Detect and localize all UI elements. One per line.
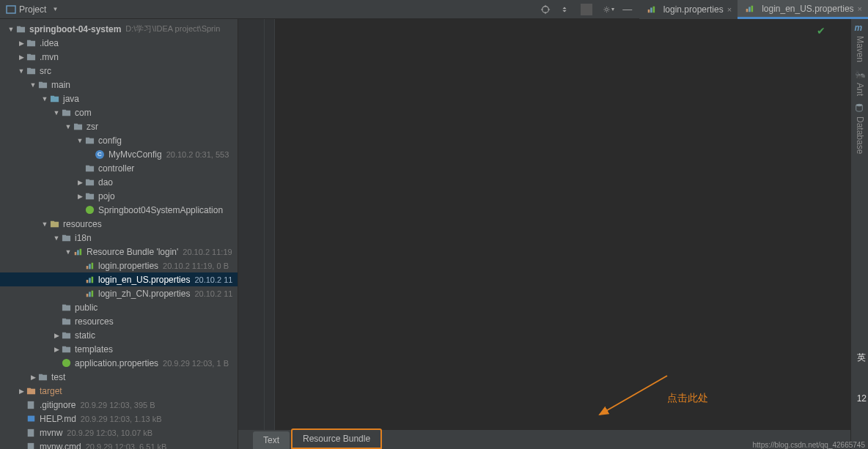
project-tool-label[interactable]: Project xyxy=(0,4,65,15)
target-icon[interactable] xyxy=(540,4,551,15)
tree-label: resources xyxy=(75,316,114,327)
ime-indicator[interactable]: 英 xyxy=(857,352,867,364)
markdown-icon xyxy=(25,413,37,425)
tree-app-prop[interactable]: application.properties20.9.29 12:03, 1 B xyxy=(0,356,238,370)
tree-label: dao xyxy=(98,177,113,188)
tree-public[interactable]: public xyxy=(0,300,238,314)
top-bar: Project ▾ — login.properties × login_en_… xyxy=(0,0,868,19)
tab-login-properties[interactable]: login.properties × xyxy=(639,0,738,19)
svg-rect-29 xyxy=(28,428,34,436)
expand-all-icon[interactable] xyxy=(559,4,570,15)
tree-login-zh[interactable]: login_zh_CN.properties20.10.2 11 xyxy=(0,286,238,300)
rail-ant[interactable]: 🐜Ant xyxy=(855,70,865,96)
tree-mvnw[interactable]: mvnw20.9.29 12:03, 10.07 kB xyxy=(0,426,238,439)
tree-meta: D:\学习\IDEA project\Sprin xyxy=(125,23,220,34)
tree-meta: 20.9.29 12:03, 395 B xyxy=(80,401,155,409)
close-icon[interactable]: × xyxy=(727,5,732,14)
svg-rect-28 xyxy=(27,416,34,422)
file-icon xyxy=(25,399,37,411)
tree-label: .mvn xyxy=(40,52,59,62)
svg-point-26 xyxy=(62,359,70,367)
properties-icon xyxy=(84,288,95,300)
tree-bundle[interactable]: Resource Bundle 'login'20.10.2 11:19 xyxy=(0,245,238,259)
svg-rect-10 xyxy=(746,9,749,12)
svg-rect-22 xyxy=(92,276,94,283)
tree-label: src xyxy=(40,66,51,76)
divider xyxy=(581,4,592,15)
tree-java[interactable]: java xyxy=(0,92,238,105)
tree-label: application.properties xyxy=(75,358,158,368)
tree-springapp[interactable]: Springboot04SystemApplication xyxy=(0,203,238,217)
tree-pojo[interactable]: pojo xyxy=(0,189,238,203)
tree-test[interactable]: test xyxy=(0,370,238,384)
maven-icon: m xyxy=(855,23,865,33)
tree-mymvc[interactable]: CMyMvcConfig20.10.2 0:31, 553 xyxy=(0,147,238,161)
svg-rect-9 xyxy=(652,6,655,12)
svg-rect-0 xyxy=(7,6,15,13)
tree-mvn[interactable]: .mvn xyxy=(0,50,238,64)
hide-icon[interactable]: — xyxy=(622,4,633,15)
tab-login-en-us-properties[interactable]: login_en_US.properties × xyxy=(738,0,868,19)
svg-rect-7 xyxy=(647,10,650,12)
tree-label: springboot-04-system xyxy=(29,24,121,34)
tree-src[interactable]: src xyxy=(0,64,238,78)
tree-main[interactable]: main xyxy=(0,78,238,92)
tree-config[interactable]: config xyxy=(0,133,238,147)
tree-i18n[interactable]: i18n xyxy=(0,231,238,245)
tree-dao[interactable]: dao xyxy=(0,175,238,189)
database-icon xyxy=(855,103,865,114)
tree-idea[interactable]: .idea xyxy=(0,36,238,50)
bottom-tab-text[interactable]: Text xyxy=(253,431,290,449)
svg-rect-21 xyxy=(89,278,91,283)
ant-icon: 🐜 xyxy=(855,70,865,80)
svg-rect-27 xyxy=(28,401,34,408)
tree-label: Springboot04SystemApplication xyxy=(98,205,223,215)
tree-com[interactable]: com xyxy=(0,105,238,119)
svg-point-13 xyxy=(85,206,93,214)
tree-label: login.properties xyxy=(98,261,158,271)
svg-rect-18 xyxy=(89,264,91,269)
chevron-down-icon xyxy=(51,6,59,12)
editor-gutter xyxy=(238,19,275,430)
tree-label: zsr xyxy=(87,122,98,132)
tree-login-en[interactable]: login_en_US.properties20.10.2 11 xyxy=(0,272,238,286)
tree-login-prop[interactable]: login.properties20.10.2 11:19, 0 B xyxy=(0,259,238,272)
tree-zsr[interactable]: zsr xyxy=(0,119,238,133)
rail-maven[interactable]: mMaven xyxy=(855,23,865,62)
svg-rect-17 xyxy=(87,266,89,269)
tree-label: templates xyxy=(75,344,113,355)
tree-label: .idea xyxy=(40,38,59,48)
svg-rect-23 xyxy=(87,294,89,297)
tree-mvnwcmd[interactable]: mvnw.cmd20.9.29 12:03, 6.51 kB xyxy=(0,439,238,449)
tree-label: pojo xyxy=(98,191,115,201)
tree-controller[interactable]: controller xyxy=(0,161,238,175)
tree-target[interactable]: target xyxy=(0,384,238,398)
class-icon: C xyxy=(94,149,106,160)
svg-rect-20 xyxy=(87,280,89,283)
tree-static[interactable]: static xyxy=(0,328,238,342)
tree-meta: 20.9.29 12:03, 10.07 kB xyxy=(67,428,152,437)
tree-root[interactable]: springboot-04-systemD:\学习\IDEA project\S… xyxy=(0,22,238,36)
editor-area[interactable]: ✔ 点击此处 Text Resource Bundle xyxy=(238,19,850,449)
tree-meta: 20.10.2 11:19, 0 B xyxy=(163,261,229,270)
close-icon[interactable]: × xyxy=(858,4,862,13)
tree-label: test xyxy=(51,372,65,382)
folder-icon xyxy=(25,385,37,397)
bottom-tab-resource-bundle[interactable]: Resource Bundle xyxy=(291,428,382,449)
properties-icon xyxy=(645,4,657,15)
tree-label: Resource Bundle 'login' xyxy=(87,247,178,257)
tree-help[interactable]: HELP.md20.9.29 12:03, 1.13 kB xyxy=(0,412,238,426)
svg-rect-24 xyxy=(89,292,91,297)
gear-icon[interactable]: ▾ xyxy=(603,4,614,15)
tree-resources[interactable]: resources xyxy=(0,217,238,231)
tree-label: target xyxy=(40,386,62,396)
rail-database[interactable]: Database xyxy=(855,103,865,154)
tree-templates[interactable]: templates xyxy=(0,342,238,356)
tree-gitignore[interactable]: .gitignore20.9.29 12:03, 395 B xyxy=(0,398,238,412)
tree-resources2[interactable]: resources xyxy=(0,314,238,328)
tree-label: HELP.md xyxy=(40,414,76,424)
svg-rect-16 xyxy=(80,248,82,255)
tree-label: com xyxy=(75,108,92,118)
properties-icon xyxy=(84,274,95,286)
tree-label: java xyxy=(63,94,79,104)
